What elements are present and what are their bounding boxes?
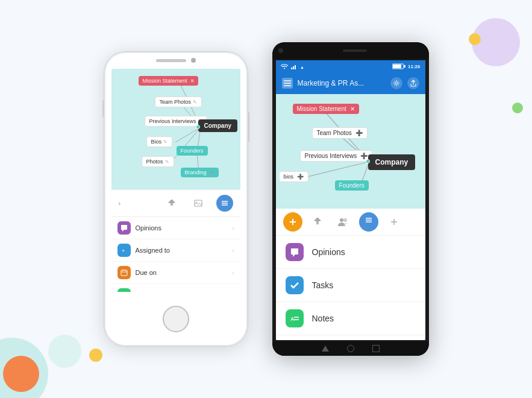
android-bottom-bar (272, 341, 429, 356)
android-bottom-content: Opinions Tasks A Notes (276, 209, 425, 340)
android-tasks-label: Tasks (312, 280, 334, 290)
android-header-actions (390, 77, 419, 89)
iphone-chevron-icon[interactable]: › (119, 200, 121, 207)
assigned-icon: + (117, 244, 131, 257)
android-tab-bar (276, 209, 425, 236)
android-header-menu-icon[interactable] (282, 78, 293, 89)
iphone-menu-opinions[interactable]: Opinions › (111, 217, 240, 239)
svg-rect-27 (404, 65, 405, 68)
iphone-screen: Mission Statement ≡ Team Photos ✎ Previo… (111, 69, 240, 292)
iphone-tab-image[interactable] (190, 195, 207, 212)
iphone-home-button[interactable] (163, 306, 189, 332)
signal-icon (291, 63, 297, 69)
status-icons-left: ▲ (281, 63, 306, 69)
android-home-button[interactable] (347, 345, 354, 352)
android-menu-links[interactable]: Links (276, 335, 425, 340)
svg-point-31 (395, 82, 398, 84)
svg-text:A: A (290, 316, 295, 322)
android-status-bar: ▲ 11:26 (276, 60, 425, 72)
android-tab-add[interactable] (283, 212, 302, 232)
android-tab-pin[interactable] (308, 212, 328, 232)
battery-icon (392, 63, 405, 69)
iphone-tab-bar: › (111, 190, 240, 217)
iphone-tab-list[interactable] (216, 195, 233, 212)
iphone-tab-pin[interactable] (163, 195, 180, 212)
iphone-home-area (163, 292, 189, 346)
iphone-menu-due[interactable]: Due on › (111, 262, 240, 284)
data-icon: ▲ (300, 63, 306, 69)
android-app-header: Marketing & PR As... (276, 72, 425, 94)
android-mm-dot (366, 159, 370, 163)
android-mm-interviews: Previous Interviews ➕ (300, 150, 373, 162)
android-mm-company: Company (368, 154, 416, 170)
mm-node-company: Company (198, 119, 238, 132)
android-mm-team: Team Photos ➕ (312, 127, 368, 139)
wifi-icon (281, 63, 288, 69)
mm-node-photos: Photos ✎ (142, 156, 174, 167)
android-opinions-icon (286, 243, 304, 261)
due-icon (117, 266, 131, 279)
iphone-notch (104, 52, 248, 69)
android-menu-tasks[interactable]: Tasks (276, 269, 425, 302)
mm-node-branding: Branding 🔗 (181, 168, 219, 177)
android-front-camera (278, 48, 283, 53)
due-chevron: › (232, 270, 234, 276)
android-mm-mission: Mission Statement ✕ (293, 104, 359, 114)
svg-line-3 (175, 127, 201, 142)
note-icon: A (117, 288, 131, 292)
android-share-btn[interactable] (407, 77, 419, 89)
android-mindmap: Mission Statement ✕ Team Photos ➕ Previo… (276, 94, 425, 209)
mm-node-mission: Mission Statement ≡ (139, 76, 198, 86)
mm-node-team: Team Photos ✎ (155, 96, 202, 107)
android-mm-founders: Founders (335, 180, 369, 191)
svg-rect-26 (393, 65, 401, 68)
svg-rect-22 (293, 66, 294, 69)
svg-line-36 (300, 162, 369, 178)
mm-dot (196, 125, 200, 129)
iphone-menu-note[interactable]: A Note › (111, 284, 240, 292)
mm-node-bios: Bios ✎ (146, 136, 173, 147)
svg-text:▲: ▲ (300, 65, 304, 69)
svg-rect-21 (291, 68, 292, 69)
iphone-mindmap: Mission Statement ≡ Team Photos ✎ Previo… (111, 69, 240, 189)
android-screen: ▲ 11:26 Marketing & PR As... (276, 60, 425, 340)
iphone-bottom-panel: › Opinions › (111, 189, 240, 292)
android-notes-label: Notes (312, 314, 334, 323)
android-settings-btn[interactable] (390, 77, 402, 89)
iphone-device: Mission Statement ≡ Team Photos ✎ Previo… (104, 51, 248, 347)
android-tab-people[interactable] (334, 212, 353, 232)
android-device: ▲ 11:26 Marketing & PR As... (272, 42, 429, 356)
android-tasks-icon (286, 276, 304, 294)
android-back-button[interactable] (322, 346, 329, 352)
svg-rect-13 (121, 270, 127, 276)
android-tab-more[interactable] (384, 212, 404, 232)
iphone-menu-assigned[interactable]: + Assigned to › (111, 239, 240, 262)
note-chevron: › (232, 292, 234, 292)
android-menu-notes[interactable]: A Notes (276, 302, 425, 335)
iphone-speaker (156, 59, 186, 62)
status-right: 11:26 (392, 63, 420, 69)
svg-text:+: + (122, 248, 125, 254)
android-mm-bios: bios ➕ (279, 171, 309, 182)
android-notes-icon: A (286, 309, 304, 327)
android-top-bar (272, 42, 429, 59)
android-recent-button[interactable] (372, 345, 380, 352)
status-time: 11:26 (408, 64, 420, 69)
due-label: Due on (136, 269, 228, 276)
android-speaker (343, 49, 367, 52)
iphone-front-camera (191, 58, 196, 63)
assigned-chevron: › (232, 247, 234, 254)
svg-line-4 (172, 127, 201, 162)
mm-node-founders: Founders (177, 146, 208, 156)
svg-point-40 (340, 218, 343, 222)
svg-rect-23 (295, 65, 296, 69)
android-header-title: Marketing & PR As... (298, 79, 386, 87)
android-tab-list[interactable] (359, 212, 378, 232)
android-menu-opinions[interactable]: Opinions (276, 236, 425, 269)
note-label: Note (136, 291, 228, 292)
opinions-icon (117, 221, 131, 235)
main-scene: Mission Statement ≡ Team Photos ✎ Previo… (0, 0, 532, 398)
android-opinions-label: Opinions (312, 247, 345, 257)
opinions-label: Opinions (136, 224, 228, 232)
svg-point-41 (343, 218, 347, 222)
